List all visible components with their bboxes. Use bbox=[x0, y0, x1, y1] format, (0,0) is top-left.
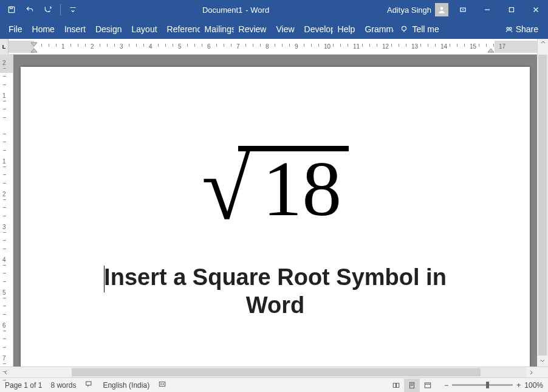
tab-design[interactable]: Design bbox=[91, 19, 127, 39]
svg-rect-1 bbox=[10, 7, 13, 9]
share-label: Share bbox=[516, 24, 538, 34]
title-bar: Document1 - Word Aditya Singh bbox=[0, 0, 548, 19]
svg-point-11 bbox=[509, 27, 512, 30]
svg-point-2 bbox=[440, 7, 444, 10]
quick-access-toolbar bbox=[0, 1, 84, 18]
close-button[interactable] bbox=[524, 0, 548, 19]
read-mode-button[interactable] bbox=[388, 379, 404, 392]
tab-references[interactable]: References bbox=[162, 19, 200, 39]
radical-symbol: √ bbox=[202, 137, 252, 238]
vertical-scrollbar[interactable] bbox=[537, 55, 548, 366]
tab-help[interactable]: Help bbox=[333, 19, 360, 39]
tab-label: Grammarly bbox=[365, 24, 394, 34]
tab-label: Insert bbox=[64, 24, 86, 34]
horizontal-scrollbar[interactable] bbox=[0, 366, 548, 377]
radical-bar bbox=[238, 146, 349, 151]
qat-separator bbox=[60, 4, 61, 15]
share-icon bbox=[505, 25, 513, 33]
qat-customize-button[interactable] bbox=[65, 1, 81, 18]
zoom-slider-thumb[interactable] bbox=[486, 382, 489, 388]
spelling-icon[interactable] bbox=[84, 380, 94, 390]
person-icon bbox=[437, 5, 446, 14]
view-mode-buttons bbox=[388, 379, 436, 392]
status-bar: Page 1 of 1 8 words English (India) − + … bbox=[0, 377, 548, 392]
minimize-icon bbox=[483, 5, 491, 14]
ribbon-tabs: File Home Insert Design Layout Reference… bbox=[0, 19, 548, 39]
document-caption[interactable]: Insert a Square Root Symbol in Word bbox=[81, 264, 469, 318]
right-indent-marker[interactable] bbox=[487, 47, 495, 53]
web-layout-button[interactable] bbox=[420, 379, 436, 392]
scroll-right-button[interactable] bbox=[526, 367, 537, 377]
user-name: Aditya Singh bbox=[387, 5, 431, 15]
tellme-label: Tell me bbox=[412, 24, 439, 34]
horizontal-ruler[interactable]: 12345678910111213141517 bbox=[9, 41, 537, 53]
minimize-button[interactable] bbox=[475, 0, 499, 19]
svg-rect-12 bbox=[86, 382, 91, 385]
tab-home[interactable]: Home bbox=[27, 19, 60, 39]
tab-insert[interactable]: Insert bbox=[60, 19, 91, 39]
word-count[interactable]: 8 words bbox=[50, 381, 76, 390]
macro-icon[interactable] bbox=[158, 380, 166, 390]
user-avatar[interactable] bbox=[435, 3, 448, 16]
document-page[interactable]: √18 Insert a Square Root Symbol in Word bbox=[21, 67, 530, 366]
tab-label: Review bbox=[239, 24, 267, 34]
language[interactable]: English (India) bbox=[103, 381, 149, 390]
vscroll-track[interactable] bbox=[537, 55, 548, 356]
zoom-level[interactable]: 100% bbox=[524, 381, 543, 390]
equation-sqrt[interactable]: √18 bbox=[81, 146, 469, 228]
vertical-ruler[interactable]: 211234567 bbox=[0, 55, 13, 366]
svg-rect-19 bbox=[425, 382, 431, 387]
scroll-up-placeholder bbox=[537, 39, 548, 55]
hanging-indent-marker[interactable] bbox=[30, 47, 38, 53]
window-title: Document1 - Word bbox=[84, 5, 387, 15]
zoom-controls: − + 100% bbox=[444, 381, 543, 390]
ribbon-options-button[interactable] bbox=[451, 0, 475, 19]
redo-icon bbox=[44, 5, 52, 14]
document-area[interactable]: √18 Insert a Square Root Symbol in Word bbox=[13, 55, 537, 366]
maximize-button[interactable] bbox=[499, 0, 524, 19]
zoom-slider[interactable] bbox=[452, 384, 513, 386]
zoom-out-button[interactable]: − bbox=[444, 381, 448, 390]
tab-label: Developer bbox=[304, 24, 333, 34]
tab-mailings[interactable]: Mailings bbox=[200, 19, 234, 39]
tab-label: Help bbox=[338, 24, 355, 34]
hscroll-track[interactable] bbox=[72, 367, 526, 377]
redo-button[interactable] bbox=[40, 1, 56, 18]
tab-label: Design bbox=[95, 24, 122, 34]
web-layout-icon bbox=[423, 381, 432, 390]
caption-text: Insert a Square Root Symbol in Word bbox=[104, 264, 447, 318]
tab-view[interactable]: View bbox=[271, 19, 299, 39]
tab-developer[interactable]: Developer bbox=[300, 19, 333, 39]
vscroll-thumb[interactable] bbox=[538, 55, 547, 356]
save-icon bbox=[7, 5, 16, 14]
equation-value: 18 bbox=[252, 145, 349, 232]
svg-point-10 bbox=[507, 27, 509, 30]
work-area: 211234567 √18 Insert a Square Root Symbo… bbox=[0, 55, 548, 366]
svg-point-14 bbox=[161, 383, 162, 384]
tellme-search[interactable]: Tell me bbox=[394, 19, 445, 39]
tab-file[interactable]: File bbox=[4, 19, 27, 39]
page-info[interactable]: Page 1 of 1 bbox=[5, 381, 42, 390]
ruler-tab-selector[interactable]: L bbox=[0, 39, 9, 55]
save-button[interactable] bbox=[4, 1, 19, 18]
tab-review[interactable]: Review bbox=[234, 19, 272, 39]
tab-layout[interactable]: Layout bbox=[127, 19, 162, 39]
scroll-down-button[interactable] bbox=[537, 356, 548, 366]
tab-grammarly[interactable]: Grammarly bbox=[360, 19, 394, 39]
zoom-in-button[interactable]: + bbox=[516, 381, 521, 390]
svg-rect-5 bbox=[510, 8, 514, 12]
bulb-icon bbox=[400, 25, 408, 33]
tab-label: References bbox=[167, 24, 200, 34]
print-layout-button[interactable] bbox=[404, 379, 420, 392]
share-button[interactable]: Share bbox=[499, 19, 544, 39]
chevron-down-icon bbox=[69, 5, 77, 14]
tab-label: View bbox=[276, 24, 294, 34]
hscroll-thumb[interactable] bbox=[72, 368, 481, 376]
scroll-up-icon[interactable] bbox=[540, 39, 546, 45]
tab-label: Layout bbox=[132, 24, 157, 34]
tab-label: Mailings bbox=[205, 24, 234, 34]
svg-rect-13 bbox=[159, 382, 165, 387]
undo-button[interactable] bbox=[22, 1, 38, 18]
scroll-left-button[interactable] bbox=[0, 367, 11, 377]
chevron-left-icon bbox=[2, 370, 9, 376]
